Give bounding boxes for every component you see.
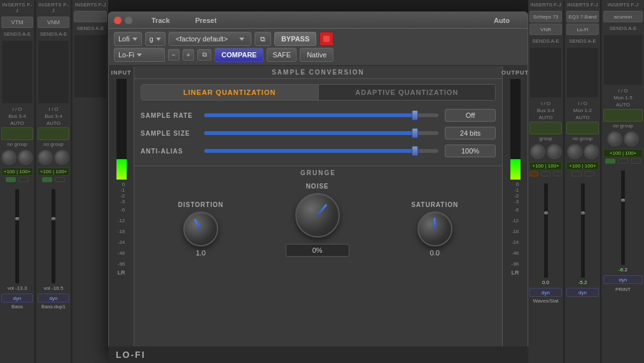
meter-scale-right: 0 -1 -2 -3 -6 -12 -18 -24 -48 -96 xyxy=(512,182,519,267)
r-group-label-1: group xyxy=(528,136,563,141)
fader-2[interactable] xyxy=(52,217,55,220)
knob-4[interactable] xyxy=(54,150,69,165)
m-btn-2[interactable] xyxy=(55,177,65,182)
prev-preset-button[interactable]: − xyxy=(168,49,179,60)
r-m-btn-1[interactable] xyxy=(529,171,538,176)
r-dyn-btn-3[interactable]: dyn xyxy=(619,277,627,283)
sample-rate-thumb[interactable] xyxy=(412,110,418,120)
r-knob-2[interactable] xyxy=(547,144,562,159)
sample-rate-fill xyxy=(204,113,415,117)
anti-alias-track[interactable] xyxy=(204,149,438,153)
plugin-letter-dropdown[interactable]: g xyxy=(145,32,165,46)
sample-size-track[interactable] xyxy=(204,131,438,135)
sample-rate-track[interactable] xyxy=(204,113,438,117)
r-m-btn-2[interactable] xyxy=(584,171,594,176)
adaptive-quantization-tab[interactable]: ADAPTIVE QUANTIZATION xyxy=(319,85,496,100)
fader-1[interactable] xyxy=(15,217,19,220)
knob-1[interactable] xyxy=(1,150,17,165)
r-fader-1[interactable] xyxy=(544,211,548,215)
s-btn-1[interactable] xyxy=(6,177,16,182)
distortion-group: DISTORTION 1.0 xyxy=(178,201,223,257)
r-r-btn-1[interactable] xyxy=(553,171,562,176)
r-dyn-btn-1[interactable]: dyn xyxy=(542,290,550,295)
bypass-button[interactable]: BYPASS xyxy=(274,32,316,46)
r-s-btn-3[interactable] xyxy=(605,159,615,164)
rscale-1: -1 xyxy=(514,187,519,193)
dropdown-arrow-icon xyxy=(132,38,137,41)
safe-button[interactable]: SAFE xyxy=(267,48,297,62)
saturation-indicator xyxy=(434,218,436,229)
sliders-section: SAMPLE RATE Off SAMPLE SIZE xyxy=(134,106,502,166)
rscale-2: -2 xyxy=(514,193,519,199)
r-channel-label-2: INSERTS F-J xyxy=(565,0,600,10)
r-vol-label-3: -6.2 xyxy=(602,266,644,274)
saturation-knob[interactable] xyxy=(417,211,452,246)
compare-button[interactable]: COMPARE xyxy=(214,48,263,62)
distortion-label: DISTORTION xyxy=(178,201,223,208)
r-r-btn-3[interactable] xyxy=(631,159,641,164)
preset-dropdown[interactable]: <factory default> xyxy=(169,32,251,46)
bus-label-2: Bus 3-4 xyxy=(36,113,71,119)
dyn-btn-1[interactable]: dyn xyxy=(13,295,22,301)
anti-alias-fill xyxy=(204,149,415,153)
copy-settings-button[interactable]: ⧉ xyxy=(255,32,271,46)
sample-conversion-section: SAMPLE CONVERSION LINEAR QUANTIZATION AD… xyxy=(134,66,502,166)
plugin-window: Track Preset Auto Lofi g <factory defaul… xyxy=(108,11,528,355)
r-s-btn-2[interactable] xyxy=(571,171,582,176)
r-track-name-3: PRINT xyxy=(602,285,644,294)
sample-rate-label: SAMPLE RATE xyxy=(141,112,198,119)
insert-vtm: VTM xyxy=(11,19,24,25)
sample-size-thumb[interactable] xyxy=(412,128,418,138)
sample-conversion-title: SAMPLE CONVERSION xyxy=(134,66,502,79)
preset-name-label: <factory default> xyxy=(176,35,228,43)
distortion-value: 1.0 xyxy=(196,249,206,257)
r-knob-4[interactable] xyxy=(584,144,599,159)
daw-right-panel: INSERTS F-J Schleps 73 VNR SENDS A-E I /… xyxy=(528,0,644,363)
lo-fi-dropdown[interactable]: Lo-Fi xyxy=(114,48,165,62)
copy-button[interactable]: ⧉ xyxy=(197,49,211,60)
r-knob-3[interactable] xyxy=(567,144,582,159)
distortion-knob[interactable] xyxy=(183,211,218,246)
r-insert-5: acumon xyxy=(614,14,632,20)
minimize-button[interactable] xyxy=(125,17,132,24)
rscale-96: -96 xyxy=(512,261,519,267)
record-button[interactable] xyxy=(319,32,333,46)
knob-2[interactable] xyxy=(18,150,33,165)
auto-label-1: AUTO xyxy=(0,120,34,126)
linear-quantization-tab[interactable]: LINEAR QUANTIZATION xyxy=(141,85,319,100)
plugin-header: Lofi g <factory default> ⧉ BYPASS xyxy=(109,29,528,66)
next-preset-button[interactable]: + xyxy=(183,49,194,60)
grunge-section: GRUNGE DISTORTION 1.0 NOISE xyxy=(134,166,502,355)
r-knob-1[interactable] xyxy=(530,144,545,159)
plugin-type-dropdown[interactable]: Lofi xyxy=(114,32,142,46)
lofi-arrow-icon xyxy=(137,53,142,57)
m-btn-1[interactable] xyxy=(18,177,29,182)
plugin-body: INPUT 0 -1 -2 -3 -6 -12 -18 -24 -48 -96 … xyxy=(109,66,528,355)
dyn-btn-2[interactable]: dyn xyxy=(50,295,58,301)
s-btn-2[interactable] xyxy=(42,177,52,182)
window-controls xyxy=(114,17,132,24)
plus-icon: + xyxy=(186,52,190,59)
native-button[interactable]: Native xyxy=(300,48,333,62)
adaptive-tab-label: ADAPTIVE QUANTIZATION xyxy=(355,89,458,96)
level-1: +100 | 100+ xyxy=(1,167,33,176)
r-knob-6[interactable] xyxy=(624,131,639,146)
grunge-title: GRUNGE xyxy=(134,166,502,180)
r-fader-2[interactable] xyxy=(581,211,585,215)
r-sends-label-3: SENDS A-E xyxy=(602,24,644,33)
scale-18: -18 xyxy=(118,229,125,234)
r-vol-label-2: -5.2 xyxy=(565,278,600,287)
knob-3[interactable] xyxy=(38,150,53,165)
anti-alias-thumb[interactable] xyxy=(412,146,418,156)
linear-tab-label: LINEAR QUANTIZATION xyxy=(183,89,276,96)
r-fader-3[interactable] xyxy=(621,199,625,202)
close-button[interactable] xyxy=(114,17,122,24)
r-knob-5[interactable] xyxy=(607,131,622,146)
r-s-btn-1[interactable] xyxy=(541,171,550,176)
auto-label-2: AUTO xyxy=(36,120,71,126)
r-dyn-btn-2[interactable]: dyn xyxy=(578,290,587,295)
bypass-label: BYPASS xyxy=(281,35,309,43)
r-m-btn-3[interactable] xyxy=(618,159,628,164)
scale-48: -48 xyxy=(118,250,125,256)
noise-knob[interactable] xyxy=(295,193,340,238)
